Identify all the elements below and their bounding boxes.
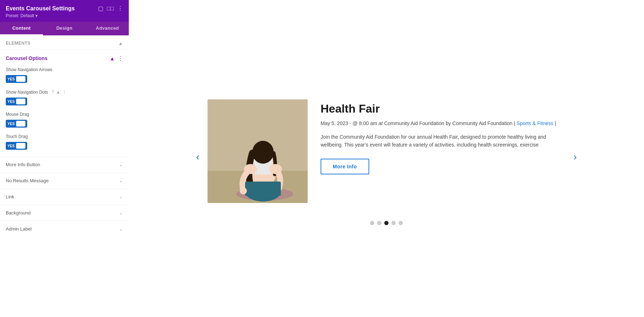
nav-dots-toggle-yes: YES <box>8 100 15 104</box>
carousel-prev-button[interactable]: ‹ <box>193 148 202 165</box>
background-label: Background <box>6 210 30 216</box>
link-chevron: ⌄ <box>119 194 123 199</box>
sidebar-body: Elements ▲ Carousel Options ▲ ⋮ Show Nav… <box>0 35 129 317</box>
nav-arrows-toggle-wrap: YES <box>6 75 123 83</box>
more-info-button[interactable]: More Info <box>321 159 369 174</box>
touch-drag-label: Touch Drag <box>6 134 123 139</box>
more-info-button-section[interactable]: More Info Button ⌄ <box>0 156 129 172</box>
svg-point-5 <box>252 141 274 164</box>
sidebar-tabs: Content Design Advanced <box>0 22 129 35</box>
event-meta-sep1: | <box>514 120 517 126</box>
background-section[interactable]: Background ⌄ <box>0 204 129 221</box>
nav-dots-extra-icons: ? ▲ ⋮ <box>52 89 67 95</box>
event-description: Join the Community Aid Foundation for ou… <box>321 133 565 149</box>
event-title: Health Fair <box>321 102 565 115</box>
tab-advanced[interactable]: Advanced <box>86 22 129 35</box>
admin-label-section[interactable]: Admin Label ⌄ <box>0 221 129 237</box>
carousel-dot-1[interactable] <box>370 221 374 225</box>
carousel-dot-2[interactable] <box>377 221 381 225</box>
more-info-button-label: More Info Button <box>6 162 40 167</box>
help-icon[interactable]: ? <box>52 89 54 95</box>
elements-collapse-icon[interactable]: ▲ <box>118 40 123 46</box>
mouse-drag-label: Mouse Drag <box>6 112 123 117</box>
nav-dots-toggle-slider <box>16 99 25 104</box>
more-info-button-chevron: ⌄ <box>119 162 123 167</box>
event-date: May 5, 2023 - @ 8:00 am <box>321 120 377 126</box>
carousel-next-button[interactable]: › <box>571 148 580 165</box>
link-label: Link <box>6 194 14 199</box>
carousel-dot-5[interactable] <box>399 221 403 225</box>
no-results-section[interactable]: No Results Message ⌄ <box>0 172 129 188</box>
event-at: at <box>379 120 384 126</box>
no-results-label: No Results Message <box>6 178 49 183</box>
nav-dots-toggle[interactable]: YES <box>6 98 27 105</box>
event-meta: May 5, 2023 - @ 8:00 am at Community Aid… <box>321 120 565 127</box>
mouse-drag-option: Mouse Drag YES <box>6 112 123 128</box>
columns-icon[interactable]: □□ <box>107 5 114 12</box>
sidebar-title: Events Carousel Settings <box>6 5 75 12</box>
touch-drag-toggle-yes: YES <box>8 144 15 148</box>
mouse-drag-toggle-slider <box>16 121 25 127</box>
carousel-dot-3[interactable] <box>384 221 389 225</box>
elements-label: Elements <box>6 41 30 46</box>
tab-design[interactable]: Design <box>43 22 86 35</box>
event-details: Health Fair May 5, 2023 - @ 8:00 am at C… <box>321 99 565 175</box>
admin-label-chevron: ⌄ <box>119 226 123 232</box>
carousel-more-icon[interactable]: ⋮ <box>118 55 123 61</box>
touch-drag-toggle-wrap: YES <box>6 142 123 150</box>
touch-drag-option: Touch Drag YES <box>6 134 123 150</box>
event-meta-sep2: | <box>555 120 556 126</box>
nav-dots-option: Show Navigation Dots ? ▲ ⋮ YES <box>6 89 123 105</box>
touch-drag-toggle[interactable]: YES <box>6 142 27 150</box>
nav-arrows-option: Show Navigation Arrows YES <box>6 67 123 83</box>
touch-drag-toggle-slider <box>16 143 25 149</box>
event-org: Community Aid Foundation by Community Ai… <box>384 120 513 126</box>
carousel-options-section: Carousel Options ▲ ⋮ Show Navigation Arr… <box>0 49 129 150</box>
carousel-options-title: Carousel Options <box>6 55 48 61</box>
tab-content[interactable]: Content <box>0 22 43 35</box>
nav-arrows-toggle-slider <box>16 76 25 82</box>
event-image <box>208 99 308 203</box>
mouse-drag-toggle-yes: YES <box>8 122 15 126</box>
focus-mode-icon[interactable]: ▢ <box>98 5 103 12</box>
nav-dots-toggle-wrap: YES <box>6 98 123 105</box>
svg-point-10 <box>240 187 247 194</box>
link-section[interactable]: Link ⌄ <box>0 188 129 204</box>
sidebar-header-icons: ▢ □□ ⋮ <box>98 5 123 12</box>
mouse-drag-toggle[interactable]: YES <box>6 120 27 128</box>
carousel-dot-4[interactable] <box>391 221 396 225</box>
svg-rect-9 <box>245 182 281 196</box>
nav-arrows-toggle[interactable]: YES <box>6 75 27 83</box>
dots-menu-icon[interactable]: ⋮ <box>62 89 67 95</box>
sidebar-header: Events Carousel Settings ▢ □□ ⋮ Preset: … <box>0 0 129 22</box>
more-options-icon[interactable]: ⋮ <box>117 5 123 12</box>
event-category-link[interactable]: Sports & Fitness <box>517 120 553 126</box>
background-chevron: ⌄ <box>119 210 123 216</box>
nav-arrows-label: Show Navigation Arrows <box>6 67 123 72</box>
nav-dots-label: Show Navigation Dots ? ▲ ⋮ <box>6 89 123 95</box>
admin-label-text: Admin Label <box>6 226 31 232</box>
elements-section-header[interactable]: Elements ▲ <box>0 35 129 49</box>
mobile-icon[interactable]: ▲ <box>56 89 60 95</box>
nav-arrows-toggle-yes: YES <box>8 77 15 81</box>
carousel-section-icons: ▲ ⋮ <box>109 55 123 61</box>
carousel-card: Health Fair May 5, 2023 - @ 8:00 am at C… <box>208 92 565 210</box>
carousel-dots <box>370 221 403 225</box>
carousel-section-header: Carousel Options ▲ ⋮ <box>6 55 123 61</box>
no-results-chevron: ⌄ <box>119 178 123 183</box>
sidebar: Events Carousel Settings ▢ □□ ⋮ Preset: … <box>0 0 129 317</box>
sidebar-header-top: Events Carousel Settings ▢ □□ ⋮ <box>6 5 123 12</box>
main-content: ‹ <box>129 0 644 317</box>
mouse-drag-toggle-wrap: YES <box>6 120 123 128</box>
carousel-collapse-icon[interactable]: ▲ <box>109 55 115 61</box>
preset-label[interactable]: Preset: Default <box>6 13 123 18</box>
carousel-container: ‹ <box>208 92 565 225</box>
